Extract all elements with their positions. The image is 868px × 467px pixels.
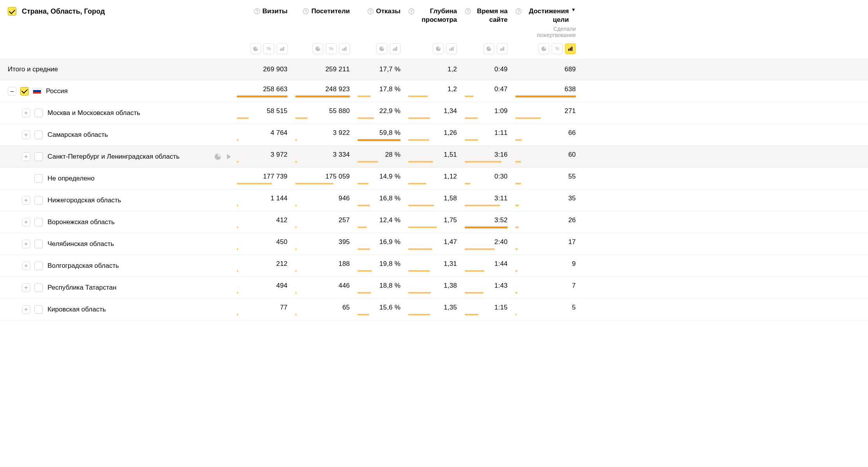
cell-visitors: 55 880 [295, 102, 358, 124]
cell-visitors: 175 059 [295, 168, 358, 189]
help-icon[interactable] [408, 8, 415, 14]
cell-bounce: 59,8 % [358, 124, 408, 145]
expand-toggle[interactable] [22, 131, 30, 139]
row-checkbox[interactable] [34, 218, 43, 226]
expand-toggle[interactable] [22, 283, 30, 292]
expand-toggle[interactable] [22, 109, 30, 117]
view-pie-icon[interactable] [376, 43, 387, 54]
expand-toggle[interactable] [22, 305, 30, 314]
view-pie-icon[interactable] [312, 43, 323, 54]
table-header-row: Страна, Область, Город Визиты Посетители… [0, 0, 868, 39]
cell-visits: 4 764 [237, 124, 295, 145]
cell-visits: 412 [237, 211, 295, 233]
row-checkbox[interactable] [34, 240, 43, 248]
row-checkbox[interactable] [34, 131, 43, 139]
cell-goals: 9 [515, 255, 584, 276]
cell-goals: 17 [515, 233, 584, 255]
header-visitors[interactable]: Посетители [295, 7, 358, 16]
view-percent-icon[interactable]: % [552, 43, 563, 54]
cell-bounce: 22,9 % [358, 102, 408, 124]
view-bars-icon[interactable] [565, 43, 576, 54]
cell-goals: 271 [515, 102, 584, 124]
view-pie-icon[interactable] [483, 43, 494, 54]
cell-bounce: 16,9 % [358, 233, 408, 255]
cell-goals: 5 [515, 299, 584, 320]
cell-bounce: 16,8 % [358, 189, 408, 211]
pie-icon[interactable] [214, 153, 221, 160]
row-checkbox[interactable] [20, 87, 29, 96]
table-row-region: Кировская область 77 65 15,6 % 1,35 1:15… [0, 299, 868, 320]
row-checkbox[interactable] [34, 109, 43, 117]
cell-depth: 1,75 [408, 211, 465, 233]
view-bars-icon[interactable] [277, 43, 288, 54]
select-all-checkbox[interactable] [8, 7, 16, 16]
cell-visitors: 3 922 [295, 124, 358, 145]
view-bars-icon[interactable] [497, 43, 508, 54]
cell-bounce: 17,8 % [358, 80, 408, 102]
expand-toggle[interactable] [22, 152, 30, 161]
row-name: Волгоградская область [48, 262, 119, 270]
table-row-region: Нижегородская область 1 144 946 16,8 % 1… [0, 189, 868, 211]
expand-toggle[interactable] [22, 262, 30, 270]
column-view-icons-row: % % % [0, 39, 868, 58]
view-percent-icon[interactable]: % [326, 43, 337, 54]
cell-time: 3:11 [465, 189, 515, 211]
help-icon[interactable] [303, 8, 309, 14]
cell-visits: 258 663 [237, 80, 295, 102]
table-row-region: Самарская область 4 764 3 922 59,8 % 1,2… [0, 124, 868, 146]
cell-visitors: 3 334 [295, 146, 358, 167]
play-icon[interactable] [225, 153, 232, 160]
cell-time: 3:52 [465, 211, 515, 233]
cell-depth: 1,2 [408, 80, 465, 102]
header-bounce[interactable]: Отказы [358, 7, 408, 16]
help-icon[interactable] [367, 8, 374, 14]
view-pie-icon[interactable] [433, 43, 444, 54]
cell-bounce: 19,8 % [358, 255, 408, 276]
cell-depth: 1,38 [408, 277, 465, 298]
row-name: Не определено [48, 175, 95, 182]
view-bars-icon[interactable] [446, 43, 457, 54]
expand-toggle[interactable] [22, 196, 30, 205]
header-goals[interactable]: Достижения цели▼ Сделали пожертвование [515, 7, 584, 38]
row-checkbox[interactable] [34, 174, 43, 183]
row-checkbox[interactable] [34, 196, 43, 205]
table-row-region: Челябинская область 450 395 16,9 % 1,47 … [0, 233, 868, 255]
cell-visits: 58 515 [237, 102, 295, 124]
dimension-label: Страна, Область, Город [22, 7, 105, 16]
row-name: Санкт-Петербург и Ленинградская область [48, 153, 180, 161]
cell-time: 3:16 [465, 146, 515, 167]
row-name: Воронежская область [48, 218, 115, 226]
view-bars-icon[interactable] [339, 43, 350, 54]
row-name: Нижегородская область [48, 196, 121, 204]
sort-desc-icon: ▼ [571, 7, 576, 13]
cell-depth: 1,26 [408, 124, 465, 145]
row-checkbox[interactable] [34, 262, 43, 270]
row-checkbox[interactable] [34, 305, 43, 314]
help-icon[interactable] [254, 8, 260, 14]
cell-time: 1:09 [465, 102, 515, 124]
cell-visitors: 946 [295, 189, 358, 211]
row-checkbox[interactable] [34, 152, 43, 161]
header-depth[interactable]: Глубина просмотра [408, 7, 465, 24]
totals-row: Итого и средние 269 903 259 211 17,7 % 1… [0, 58, 868, 80]
help-icon[interactable] [465, 8, 471, 14]
expand-toggle[interactable] [22, 218, 30, 226]
header-visits[interactable]: Визиты [237, 7, 295, 16]
cell-time: 1:15 [465, 299, 515, 320]
cell-goals: 55 [515, 168, 584, 189]
cell-visitors: 395 [295, 233, 358, 255]
help-icon[interactable] [515, 8, 522, 14]
cell-time: 0:47 [465, 80, 515, 102]
totals-label: Итого и средние [8, 65, 58, 73]
header-time[interactable]: Время на сайте [465, 7, 515, 24]
row-checkbox[interactable] [34, 283, 43, 292]
totals-time: 0:49 [494, 65, 508, 73]
expand-toggle[interactable] [22, 240, 30, 248]
expand-toggle[interactable] [8, 87, 16, 96]
view-pie-icon[interactable] [538, 43, 549, 54]
cell-depth: 1,51 [408, 146, 465, 167]
view-percent-icon[interactable]: % [263, 43, 274, 54]
view-bars-icon[interactable] [390, 43, 400, 54]
view-pie-icon[interactable] [250, 43, 261, 54]
cell-bounce: 28 % [358, 146, 408, 167]
